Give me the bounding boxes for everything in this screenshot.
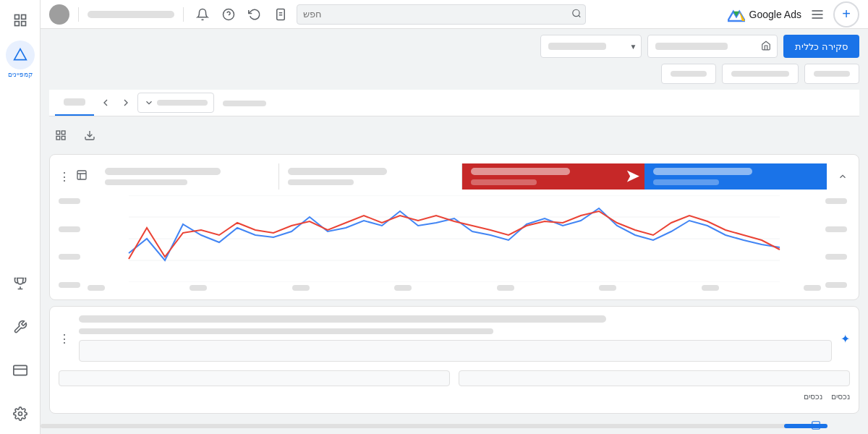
metric-2-title [288, 168, 387, 175]
filter-1-placeholder [548, 43, 606, 50]
sidebar-campaigns-icon[interactable] [6, 41, 35, 69]
search-icon [571, 8, 582, 20]
bottom-loading-2 [79, 328, 493, 334]
undo-btn[interactable] [244, 4, 265, 25]
svg-marker-4 [14, 49, 26, 60]
tab-dropdown-label [157, 100, 208, 106]
notifications-btn[interactable] [192, 4, 213, 25]
metric-2-value [288, 179, 354, 185]
sidebar-settings-icon[interactable] [6, 399, 35, 428]
tab-prev-btn[interactable] [97, 94, 114, 111]
svg-rect-5 [13, 365, 26, 375]
filter-2-placeholder [655, 43, 728, 50]
svg-point-12 [573, 9, 579, 16]
filter-2-home-icon [761, 41, 771, 53]
divider2 [183, 7, 184, 22]
line-chart-svg [88, 195, 821, 282]
overview-btn[interactable]: סקירה כללית [783, 35, 859, 58]
chart-type-icon[interactable] [76, 169, 88, 184]
search-input[interactable] [297, 4, 586, 25]
bottom-table-area [59, 370, 850, 389]
ads-logo-icon [728, 6, 745, 23]
bottom-panel-menu-icon[interactable]: ⋮ [59, 332, 70, 346]
seg-btn-3[interactable] [804, 64, 859, 84]
bottom-panel-header: ⋮ ✦ [59, 315, 850, 362]
svg-rect-0 [14, 15, 19, 20]
icon-action-bar [49, 122, 859, 148]
overview-collapse-btn[interactable] [835, 169, 850, 184]
sidebar-billing-icon[interactable] [6, 356, 35, 385]
overview-card: ⋮ [49, 154, 859, 300]
sparkle-icon[interactable]: ✦ [841, 332, 850, 346]
svg-rect-23 [56, 136, 60, 140]
svg-rect-22 [61, 131, 65, 135]
yr-label-1 [825, 282, 847, 288]
sidebar-tools-icon[interactable] [6, 312, 35, 341]
filter-dropdown-1[interactable]: ▼ [540, 35, 642, 58]
seg-3-text [814, 71, 850, 77]
chart-menu-icon[interactable]: ⋮ [59, 170, 70, 184]
table-left [59, 370, 450, 389]
y-label-2 [59, 254, 80, 260]
x-label-3 [292, 285, 310, 291]
svg-rect-21 [56, 131, 60, 135]
secondary-bar [49, 64, 859, 84]
seg-2-text [731, 71, 789, 77]
y-axis-right [821, 195, 850, 291]
metric-col-4-blue[interactable] [644, 163, 827, 190]
metric-4-value [653, 179, 719, 185]
breadcrumb-placeholder [88, 11, 174, 18]
tab-extra [223, 96, 266, 109]
topbar-right: Google Ads + [728, 1, 859, 27]
metric-1-value [105, 179, 187, 185]
cursor-arrow-icon: ➤ [626, 167, 639, 186]
svg-rect-3 [21, 22, 25, 26]
blue-line [129, 208, 780, 260]
metric-col-3-red[interactable]: ➤ [462, 163, 644, 190]
svg-rect-32 [812, 422, 820, 430]
tab-active[interactable] [55, 90, 94, 116]
x-label-6 [599, 285, 616, 291]
campaigns-labels: נכסים נכסים [59, 392, 850, 404]
metric-4-title [653, 168, 752, 175]
tab-bar [49, 90, 859, 116]
campaigns-label-1: נכסים [804, 392, 822, 401]
chart-container [59, 195, 850, 291]
horizontal-scrollbar-track[interactable] [41, 424, 827, 428]
help-btn[interactable] [218, 4, 239, 25]
seg-1-text [671, 71, 707, 77]
table-row-1 [59, 370, 450, 386]
scroll-bottom-icon[interactable] [810, 420, 822, 431]
bottom-search-box[interactable] [79, 340, 832, 362]
content-area: ▼ סקירה כללית [41, 29, 868, 434]
seg-btn-2[interactable] [722, 64, 799, 84]
table-right [459, 370, 850, 389]
search-container [297, 4, 586, 25]
topbar: Google Ads + [41, 0, 868, 29]
topbar-menu-btn[interactable] [807, 4, 827, 25]
filter-dropdown-2[interactable] [647, 35, 778, 58]
svg-rect-2 [14, 22, 19, 26]
divider1 [78, 7, 79, 22]
sidebar-trophy-icon[interactable] [6, 269, 35, 298]
x-label-1 [88, 285, 105, 291]
google-ads-text: Google Ads [749, 9, 801, 20]
yr-label-2 [825, 254, 847, 260]
tab-next-btn[interactable] [117, 94, 135, 111]
user-avatar[interactable] [49, 4, 69, 25]
new-item-btn[interactable]: + [833, 1, 859, 27]
sidebar-overview-icon[interactable] [6, 6, 35, 35]
overview-title-bar: ⋮ [59, 163, 850, 190]
expand-icon-btn[interactable] [49, 124, 72, 147]
seg-btn-1[interactable] [661, 64, 716, 84]
history-btn[interactable] [271, 4, 291, 25]
tab-label [64, 98, 85, 106]
metrics-area: ➤ [96, 163, 827, 190]
x-label-2 [190, 285, 207, 291]
sidebar-campaigns-label: קמפיינים [8, 71, 33, 78]
yr-label-3 [825, 226, 847, 232]
svg-rect-24 [61, 136, 65, 140]
download-icon-btn[interactable] [78, 124, 101, 147]
tab-dropdown[interactable] [137, 93, 214, 113]
x-axis [88, 285, 821, 291]
